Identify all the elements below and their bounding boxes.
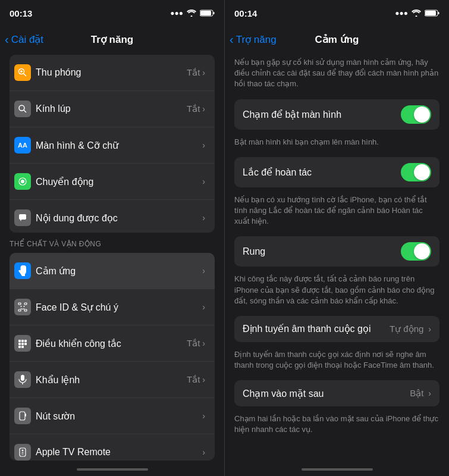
svg-point-9 bbox=[21, 180, 24, 183]
item-label: Nút sườn bbox=[36, 411, 75, 422]
right-scroll-content: Nếu bạn gặp sự cố khi sử dụng màn hình c… bbox=[225, 52, 449, 463]
list-item[interactable]: Chạm để bật màn hình bbox=[234, 99, 439, 130]
battery-icon bbox=[425, 10, 439, 17]
item-right: › bbox=[202, 411, 205, 421]
icon-box bbox=[14, 209, 31, 226]
item-value: Tắt bbox=[187, 374, 200, 385]
chevron-right-icon: › bbox=[202, 411, 205, 421]
back-chevron-icon: ‹ bbox=[5, 33, 9, 45]
svg-rect-17 bbox=[18, 309, 21, 311]
list-item[interactable]: Điều khiển công tắc Tắt › bbox=[10, 325, 215, 362]
item-right: › bbox=[202, 447, 205, 457]
item-content: Cảm ứng › bbox=[36, 265, 208, 277]
item-right: Tự động › bbox=[390, 324, 431, 334]
left-status-bar: 00:13 ●●● bbox=[0, 0, 224, 26]
item-label: Rung bbox=[243, 246, 265, 257]
svg-rect-2 bbox=[200, 11, 211, 15]
item-icon-noi-dung bbox=[10, 205, 36, 231]
cham-bat-toggle[interactable] bbox=[401, 105, 431, 124]
item-icon-kinh-lup bbox=[10, 96, 36, 122]
chevron-right-icon: › bbox=[202, 177, 205, 186]
chevron-right-icon: › bbox=[428, 389, 431, 398]
item-content: Nội dung được đọc › bbox=[36, 212, 208, 224]
chevron-right-icon: › bbox=[202, 140, 205, 150]
item-icon-face-id bbox=[10, 294, 36, 320]
motion-icon bbox=[18, 177, 27, 186]
right-back-label: Trợ năng bbox=[236, 33, 277, 46]
right-section-3: Rung bbox=[234, 236, 439, 267]
svg-rect-48 bbox=[438, 12, 439, 14]
list-item[interactable]: Khẩu lệnh Tắt › bbox=[10, 362, 215, 398]
cham-mat-sau-description: Chạm hai lần hoặc ba lần vào mặt sau của… bbox=[225, 409, 449, 442]
item-icon-cam-ung bbox=[10, 258, 36, 284]
svg-rect-26 bbox=[24, 343, 27, 345]
item-value: Tự động bbox=[390, 324, 423, 334]
switch-icon bbox=[18, 339, 27, 348]
svg-rect-1 bbox=[213, 12, 215, 14]
dinh-tuyen-description: Định tuyến âm thanh cuộc gọi xác định nơ… bbox=[225, 345, 449, 378]
left-main-list: Thu phóng Tắt › Kính lúp Tắt › bbox=[10, 55, 215, 233]
list-item[interactable]: Chạm vào mặt sau Bật › bbox=[234, 380, 439, 406]
left-back-button[interactable]: ‹ Cài đặt bbox=[5, 33, 43, 46]
lac-toggle[interactable] bbox=[401, 163, 431, 181]
svg-rect-18 bbox=[24, 309, 27, 311]
toggle-knob bbox=[414, 107, 430, 123]
left-nav-bar: ‹ Cài đặt Trợ năng bbox=[0, 26, 224, 52]
item-label: Chạm vào mặt sau bbox=[243, 388, 324, 399]
right-section-4: Định tuyến âm thanh cuộc gọi Tự động › bbox=[234, 316, 439, 342]
left-home-bar bbox=[77, 468, 148, 471]
list-item[interactable]: AA Màn hình & Cỡ chữ › bbox=[10, 127, 215, 164]
right-panel: 00:14 ●●● ‹ Trợ năng Cảm ứng Nếu bạn gặp… bbox=[224, 0, 449, 476]
item-content: Kính lúp Tắt › bbox=[36, 104, 208, 114]
right-home-indicator bbox=[225, 463, 449, 476]
list-item[interactable]: Nút sườn › bbox=[10, 398, 215, 434]
left-section-list: Cảm ứng › bbox=[10, 253, 215, 461]
list-item[interactable]: Rung bbox=[234, 236, 439, 267]
item-label: Khẩu lệnh bbox=[36, 374, 80, 386]
item-right: › bbox=[202, 177, 205, 186]
item-icon-apple-tv bbox=[10, 439, 36, 461]
list-item[interactable]: Kính lúp Tắt › bbox=[10, 91, 215, 127]
list-item[interactable]: Apple TV Remote › bbox=[10, 434, 215, 461]
battery-icon bbox=[200, 10, 215, 17]
rung-description: Khi công tắc này được tắt, tất cả cảnh b… bbox=[225, 269, 449, 314]
chevron-right-icon: › bbox=[428, 324, 431, 334]
svg-rect-22 bbox=[21, 340, 24, 342]
svg-rect-29 bbox=[21, 375, 24, 381]
icon-box bbox=[14, 335, 31, 352]
list-item[interactable]: Chuyển động › bbox=[10, 164, 215, 200]
item-content: Màn hình & Cỡ chữ › bbox=[36, 140, 208, 151]
list-item[interactable]: Nội dung được đọc › bbox=[10, 200, 215, 233]
item-label: Định tuyến âm thanh cuộc gọi bbox=[243, 323, 370, 334]
item-right: Tắt › bbox=[187, 338, 205, 349]
item-content: Thu phóng Tắt › bbox=[36, 67, 208, 78]
left-panel: 00:13 ●●● ‹ Cài đặt Trợ năng Thu phóng bbox=[0, 0, 224, 476]
side-button-icon bbox=[18, 411, 27, 421]
cham-bat-description: Bật màn hình khi bạn chạm lên màn hình. bbox=[225, 132, 449, 155]
right-section-1: Chạm để bật màn hình bbox=[234, 99, 439, 130]
right-time: 00:14 bbox=[234, 8, 257, 18]
toggle-knob bbox=[414, 243, 430, 259]
face-id-icon bbox=[18, 302, 27, 312]
list-item[interactable]: Lắc để hoàn tác bbox=[234, 157, 439, 187]
svg-rect-36 bbox=[22, 454, 24, 455]
right-back-button[interactable]: ‹ Trợ năng bbox=[230, 33, 277, 46]
list-item[interactable]: Cảm ứng › bbox=[10, 253, 215, 289]
chevron-right-icon: › bbox=[202, 266, 205, 275]
icon-box bbox=[14, 371, 31, 388]
magnifier-icon bbox=[18, 104, 27, 114]
rung-toggle[interactable] bbox=[401, 242, 431, 261]
list-item[interactable]: Thu phóng Tắt › bbox=[10, 55, 215, 91]
item-content: Chuyển động › bbox=[36, 176, 208, 187]
svg-point-34 bbox=[22, 450, 24, 452]
item-label: Face ID & Sự chú ý bbox=[36, 302, 118, 313]
right-status-bar: 00:14 ●●● bbox=[225, 0, 449, 26]
list-item[interactable]: Định tuyến âm thanh cuộc gọi Tự động › bbox=[234, 316, 439, 342]
touch-icon bbox=[18, 265, 27, 276]
svg-point-20 bbox=[24, 306, 25, 307]
item-label: Cảm ứng bbox=[36, 265, 76, 277]
svg-line-8 bbox=[24, 110, 26, 112]
svg-rect-23 bbox=[24, 340, 27, 342]
list-item[interactable]: Face ID & Sự chú ý › bbox=[10, 289, 215, 325]
item-label: Thu phóng bbox=[36, 67, 81, 78]
